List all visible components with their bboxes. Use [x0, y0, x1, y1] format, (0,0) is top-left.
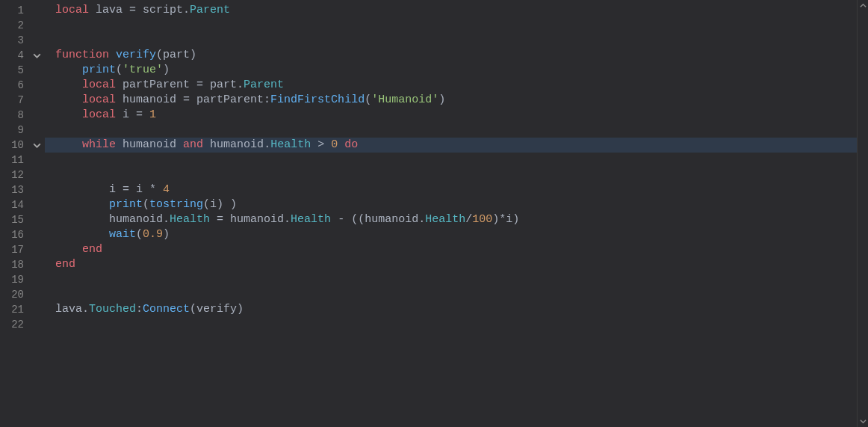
- code-line[interactable]: i = i * 4: [45, 182, 857, 197]
- token-op: [55, 79, 82, 91]
- token-id: verify: [196, 303, 237, 316]
- line-number: 11: [0, 153, 28, 168]
- token-id: humanoid: [365, 213, 418, 226]
- token-call: FindFirstChild: [270, 93, 365, 106]
- code-line[interactable]: local lava = script.Parent: [45, 3, 857, 18]
- token-op: ) ): [217, 198, 237, 211]
- token-op: [116, 108, 123, 121]
- token-str: 'Humanoid': [371, 93, 438, 106]
- token-op: [55, 93, 82, 106]
- code-line[interactable]: while humanoid and humanoid.Health > 0 d…: [45, 138, 857, 153]
- token-op: (: [143, 198, 149, 211]
- code-line[interactable]: local humanoid = partParent:FindFirstChi…: [45, 93, 857, 108]
- vertical-scrollbar[interactable]: [857, 0, 868, 427]
- fold-toggle: [28, 153, 45, 168]
- code-line[interactable]: wait(0.9): [45, 227, 857, 242]
- token-op: ): [512, 213, 519, 226]
- token-mem: Health: [425, 213, 465, 226]
- code-line[interactable]: [45, 153, 857, 168]
- token-k: while: [82, 138, 116, 151]
- line-number: 19: [0, 272, 28, 287]
- code-line[interactable]: print('true'): [45, 63, 857, 78]
- token-op: )*: [492, 213, 506, 226]
- fold-toggle: [28, 212, 45, 227]
- line-number: 10: [0, 138, 28, 153]
- token-num: 100: [472, 213, 492, 226]
- fold-toggle: [28, 123, 45, 138]
- fold-toggle: [28, 197, 45, 212]
- token-k: do: [344, 138, 358, 151]
- code-line[interactable]: local i = 1: [45, 108, 857, 123]
- fold-toggle: [28, 182, 45, 197]
- line-number: 14: [0, 197, 28, 212]
- token-id: lava: [55, 303, 82, 316]
- fold-toggle: [28, 242, 45, 257]
- token-op: (: [136, 228, 143, 241]
- line-number: 4: [0, 48, 28, 63]
- code-line[interactable]: print(tostring(i) ): [45, 197, 857, 212]
- code-line[interactable]: [45, 123, 857, 138]
- code-line[interactable]: [45, 287, 857, 302]
- token-op: =: [190, 79, 210, 91]
- token-k: local: [82, 93, 116, 106]
- token-op: .: [264, 138, 270, 151]
- scroll-up-button[interactable]: [858, 0, 868, 11]
- token-id: humanoid: [123, 93, 176, 106]
- fold-toggle: [28, 317, 45, 332]
- line-number: 17: [0, 242, 28, 257]
- code-line[interactable]: function verify(part): [45, 48, 857, 63]
- token-id: humanoid: [109, 213, 163, 226]
- code-line[interactable]: [45, 33, 857, 48]
- line-number: 1: [0, 3, 28, 18]
- token-op: (: [156, 49, 163, 61]
- token-k: local: [82, 108, 116, 121]
- line-number: 7: [0, 93, 28, 108]
- fold-toggle: [28, 257, 45, 272]
- fold-column[interactable]: [28, 0, 45, 427]
- token-id: humanoid: [123, 138, 176, 151]
- scroll-down-button[interactable]: [858, 416, 868, 427]
- token-op: [116, 138, 123, 151]
- token-id: part: [210, 79, 237, 91]
- fold-toggle: [28, 63, 45, 78]
- token-op: ): [163, 228, 170, 241]
- token-mem: Health: [170, 213, 210, 226]
- token-op: :: [136, 303, 143, 316]
- token-op: .: [163, 213, 170, 226]
- token-op: *: [143, 183, 163, 196]
- code-line[interactable]: [45, 18, 857, 33]
- token-op: [338, 138, 344, 151]
- code-line[interactable]: end: [45, 242, 857, 257]
- line-number-gutter: 12345678910111213141516171819202122: [0, 0, 28, 427]
- code-line[interactable]: [45, 317, 857, 332]
- token-op: ): [438, 93, 445, 106]
- code-line[interactable]: humanoid.Health = humanoid.Health - ((hu…: [45, 212, 857, 227]
- line-number: 3: [0, 33, 28, 48]
- code-line[interactable]: [45, 168, 857, 182]
- line-number: 20: [0, 287, 28, 302]
- code-area[interactable]: local lava = script.Parentfunction verif…: [45, 0, 857, 427]
- code-line[interactable]: [45, 272, 857, 287]
- fold-toggle: [28, 287, 45, 302]
- token-op: =: [116, 183, 136, 196]
- chevron-down-icon: [32, 51, 42, 61]
- token-op: - ((: [331, 213, 365, 226]
- token-call: wait: [109, 228, 136, 241]
- token-op: (: [365, 93, 371, 106]
- code-line[interactable]: lava.Touched:Connect(verify): [45, 302, 857, 317]
- code-editor[interactable]: 12345678910111213141516171819202122 loca…: [0, 0, 868, 427]
- fold-toggle[interactable]: [28, 138, 45, 153]
- token-id: part: [163, 49, 190, 61]
- fold-toggle: [28, 272, 45, 287]
- token-call: Connect: [143, 303, 190, 316]
- token-id: partParent: [123, 79, 190, 91]
- token-num: 1: [149, 108, 156, 121]
- fold-toggle: [28, 108, 45, 123]
- token-mem: Health: [270, 138, 311, 151]
- fold-toggle[interactable]: [28, 48, 45, 63]
- code-line[interactable]: end: [45, 257, 857, 272]
- token-num: 0.9: [143, 228, 163, 241]
- line-number: 6: [0, 78, 28, 93]
- code-line[interactable]: local partParent = part.Parent: [45, 78, 857, 93]
- line-number: 13: [0, 182, 28, 197]
